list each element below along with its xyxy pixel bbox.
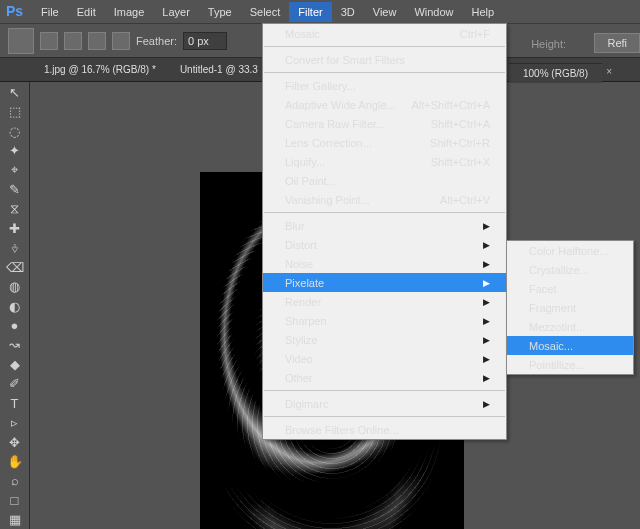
pixelate-submenu: Color Halftone...Crystallize...FacetFrag… bbox=[506, 240, 634, 375]
document-tab[interactable]: 1.jpg @ 16.7% (RGB/8) * bbox=[32, 60, 168, 79]
tool-7[interactable]: ✚ bbox=[4, 219, 26, 237]
tool-16[interactable]: T bbox=[4, 394, 26, 412]
tool-15[interactable]: ✐ bbox=[4, 375, 26, 393]
menu-3d[interactable]: 3D bbox=[332, 2, 364, 22]
menu-item-color-halftone-[interactable]: Color Halftone... bbox=[507, 241, 633, 260]
menu-select[interactable]: Select bbox=[241, 2, 290, 22]
height-label: Height: bbox=[531, 38, 566, 50]
menu-item-lens-correction-[interactable]: Lens Correction...Shift+Ctrl+R bbox=[263, 133, 506, 152]
tool-18[interactable]: ✥ bbox=[4, 433, 26, 451]
menu-item-oil-paint-: Oil Paint... bbox=[263, 171, 506, 190]
menu-item-other[interactable]: Other▶ bbox=[263, 368, 506, 387]
document-tab[interactable]: Untitled-1 @ 33.3 bbox=[168, 60, 270, 79]
menu-item-noise[interactable]: Noise▶ bbox=[263, 254, 506, 273]
tool-20[interactable]: ⌕ bbox=[4, 472, 26, 490]
menu-item-pointillize-[interactable]: Pointillize... bbox=[507, 355, 633, 374]
selection-add-icon[interactable] bbox=[64, 32, 82, 50]
tool-4[interactable]: ⌖ bbox=[4, 161, 26, 179]
tool-0[interactable]: ↖ bbox=[4, 83, 26, 101]
menu-type[interactable]: Type bbox=[199, 2, 241, 22]
tool-13[interactable]: ↝ bbox=[4, 336, 26, 354]
menu-item-blur[interactable]: Blur▶ bbox=[263, 216, 506, 235]
menu-item-adaptive-wide-angle-[interactable]: Adaptive Wide Angle...Alt+Shift+Ctrl+A bbox=[263, 95, 506, 114]
menu-view[interactable]: View bbox=[364, 2, 406, 22]
feather-label: Feather: bbox=[136, 35, 177, 47]
tool-12[interactable]: ● bbox=[4, 316, 26, 334]
tools-panel: ↖⬚◌✦⌖✎⧖✚⎀⌫◍◐●↝◆✐T▹✥✋⌕□▦ bbox=[0, 82, 30, 529]
tool-22[interactable]: ▦ bbox=[4, 511, 26, 529]
menu-item-digimarc[interactable]: Digimarc▶ bbox=[263, 394, 506, 413]
tool-5[interactable]: ✎ bbox=[4, 180, 26, 198]
menu-item-vanishing-point-[interactable]: Vanishing Point...Alt+Ctrl+V bbox=[263, 190, 506, 209]
refine-edge-button[interactable]: Refi bbox=[594, 33, 640, 53]
menu-file[interactable]: File bbox=[32, 2, 68, 22]
tool-11[interactable]: ◐ bbox=[4, 297, 26, 315]
menu-item-fragment[interactable]: Fragment bbox=[507, 298, 633, 317]
selection-intersect-icon[interactable] bbox=[112, 32, 130, 50]
menu-item-facet[interactable]: Facet bbox=[507, 279, 633, 298]
menu-help[interactable]: Help bbox=[463, 2, 504, 22]
zoom-indicator-tab[interactable]: 100% (RGB/8) bbox=[509, 63, 602, 83]
tool-10[interactable]: ◍ bbox=[4, 277, 26, 295]
menu-item-mezzotint-[interactable]: Mezzotint... bbox=[507, 317, 633, 336]
tool-3[interactable]: ✦ bbox=[4, 141, 26, 159]
selection-subtract-icon[interactable] bbox=[88, 32, 106, 50]
menu-item-mosaic[interactable]: MosaicCtrl+F bbox=[263, 24, 506, 43]
menu-item-sharpen[interactable]: Sharpen▶ bbox=[263, 311, 506, 330]
menu-item-video[interactable]: Video▶ bbox=[263, 349, 506, 368]
tool-21[interactable]: □ bbox=[4, 491, 26, 509]
menu-item-browse-filters-online-[interactable]: Browse Filters Online... bbox=[263, 420, 506, 439]
menu-layer[interactable]: Layer bbox=[153, 2, 199, 22]
tool-14[interactable]: ◆ bbox=[4, 355, 26, 373]
menu-item-liquify-[interactable]: Liquify...Shift+Ctrl+X bbox=[263, 152, 506, 171]
tool-17[interactable]: ▹ bbox=[4, 413, 26, 431]
menu-filter[interactable]: Filter bbox=[289, 2, 331, 22]
tool-9[interactable]: ⌫ bbox=[4, 258, 26, 276]
menu-item-distort[interactable]: Distort▶ bbox=[263, 235, 506, 254]
tool-preset-button[interactable] bbox=[8, 28, 34, 54]
menu-item-camera-raw-filter-[interactable]: Camera Raw Filter...Shift+Ctrl+A bbox=[263, 114, 506, 133]
menu-bar: FileEditImageLayerTypeSelectFilter3DView… bbox=[0, 0, 640, 24]
menu-image[interactable]: Image bbox=[105, 2, 154, 22]
filter-menu-dropdown: MosaicCtrl+FConvert for Smart FiltersFil… bbox=[262, 23, 507, 440]
tool-2[interactable]: ◌ bbox=[4, 122, 26, 140]
menu-edit[interactable]: Edit bbox=[68, 2, 105, 22]
menu-window[interactable]: Window bbox=[405, 2, 462, 22]
menu-item-convert-for-smart-filters: Convert for Smart Filters bbox=[263, 50, 506, 69]
menu-item-stylize[interactable]: Stylize▶ bbox=[263, 330, 506, 349]
tool-8[interactable]: ⎀ bbox=[4, 239, 26, 257]
tool-1[interactable]: ⬚ bbox=[4, 102, 26, 120]
feather-input[interactable] bbox=[183, 32, 227, 50]
menu-item-pixelate[interactable]: Pixelate▶ bbox=[263, 273, 506, 292]
menu-item-render[interactable]: Render▶ bbox=[263, 292, 506, 311]
close-icon[interactable]: × bbox=[606, 66, 612, 77]
app-logo: Ps bbox=[6, 3, 23, 19]
selection-new-icon[interactable] bbox=[40, 32, 58, 50]
menu-item-filter-gallery-[interactable]: Filter Gallery... bbox=[263, 76, 506, 95]
menu-item-crystallize-[interactable]: Crystallize... bbox=[507, 260, 633, 279]
tool-6[interactable]: ⧖ bbox=[4, 200, 26, 218]
menu-item-mosaic-[interactable]: Mosaic... bbox=[507, 336, 633, 355]
tool-19[interactable]: ✋ bbox=[4, 452, 26, 470]
